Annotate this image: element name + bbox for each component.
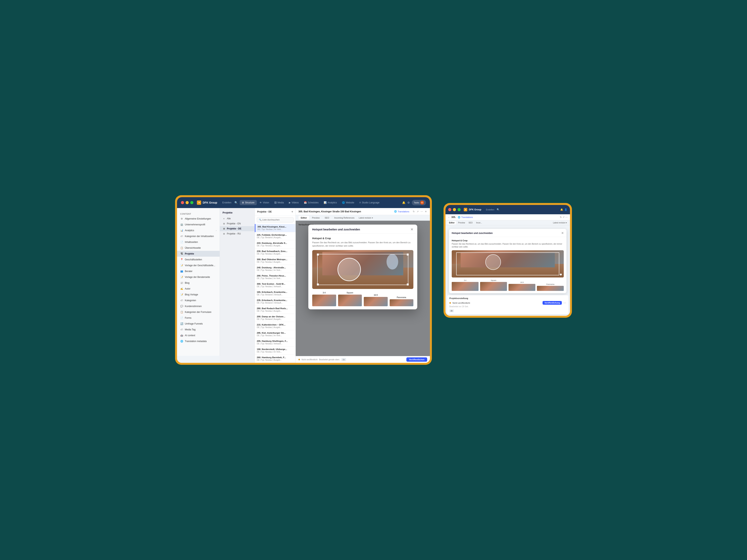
sidebar-item-translation-meta[interactable]: 🌐 Translation metadata — [177, 338, 220, 344]
sidebar-item-vorlage-geschaft[interactable]: 📝 Vorlage der Geschäftsstelle... — [177, 263, 220, 268]
close-dot[interactable] — [181, 201, 184, 204]
tab-schedules[interactable]: 📅 Schedules — [302, 200, 321, 205]
tab-media[interactable]: 🖼 Media — [272, 200, 286, 205]
list-item-165[interactable]: 165. Erlenbach, Krankenha... DE | Typ: B… — [255, 289, 295, 297]
list-item-190[interactable]: 190. Norderstedt, Ulzburge... DE | Typ: … — [255, 347, 295, 355]
project-en[interactable]: ⊞ Projekte - EN — [220, 221, 255, 226]
list-item-290[interactable]: 290. Peine, Theodor-Heus... DE | Typ: Ne… — [255, 273, 295, 281]
small-more-field-icon[interactable]: ⋯ — [563, 301, 566, 304]
crop-thumb-panorama[interactable]: Panorama — [390, 296, 414, 306]
small-thumb-square[interactable]: Square — [480, 279, 507, 291]
small-refresh-icon[interactable]: ↻ — [560, 216, 562, 218]
modal-close-button[interactable]: ✕ — [410, 228, 413, 231]
search-icon[interactable]: 🔍 — [234, 201, 238, 204]
bell-icon[interactable]: 🔔 — [402, 201, 405, 204]
sidebar-item-inhaltsseiten[interactable]: 📄 Inhaltsseiten — [177, 239, 220, 245]
crop-corner-tl[interactable] — [317, 254, 319, 256]
project-alle[interactable]: ≡ Alle — [220, 216, 255, 221]
sidebar-item-vorlage-berater[interactable]: 📝 Vorlage der Beraterseite — [177, 274, 220, 280]
sidebar-item-projekte[interactable]: 🏗 Projekte — [177, 251, 220, 257]
refresh-icon[interactable]: ↻ — [412, 210, 415, 213]
sidebar-item-media-tag[interactable]: 🏷 Media Tag — [177, 327, 220, 332]
small-minimize-dot[interactable] — [453, 208, 456, 211]
publish-button[interactable]: Veröffentlichen — [406, 357, 427, 362]
translations-button[interactable]: 🌐 Translations — [392, 210, 411, 213]
crop-rect[interactable] — [317, 254, 408, 285]
small-create-button[interactable]: Erstellen — [486, 209, 494, 211]
list-item-225[interactable]: 225. Fuldatal, Eichenberge... DE | Typ: … — [255, 232, 295, 240]
tab-seo[interactable]: SEO — [323, 216, 332, 220]
share-icon[interactable]: ↗ — [416, 210, 419, 213]
crop-image-container[interactable] — [312, 250, 413, 289]
minimize-dot[interactable] — [186, 201, 189, 204]
small-search-icon[interactable]: 🔍 — [497, 208, 499, 211]
tab-website[interactable]: 🌐 Website — [340, 200, 357, 205]
search-bar[interactable]: 🔍 Liste durchsuchen — [257, 217, 293, 222]
small-hotspot-indicator[interactable] — [560, 273, 562, 275]
list-item-235[interactable]: 235. Erlenbach, Krankenha... DE | Typ: B… — [255, 297, 295, 306]
revision-tag[interactable]: Latest revision ▾ — [357, 216, 374, 219]
tab-vision[interactable]: 👁 Vision — [257, 200, 272, 205]
maximize-dot[interactable] — [190, 201, 194, 204]
list-item-240[interactable]: 240. Duisburg - Ahrstraße... DE | Typ: N… — [255, 265, 295, 273]
list-item-295[interactable]: 295. Kiel, Insterburger Str... DE | Typ:… — [255, 330, 295, 338]
small-settings-icon[interactable]: 👤 — [564, 208, 567, 211]
small-share-icon[interactable]: ↗ — [563, 216, 565, 218]
sidebar-item-umfrage[interactable]: 🔄 Umfrage Funnels — [177, 321, 220, 327]
sidebar-item-allgemeine[interactable]: ⚙ Allgemeine Einstellungen — [177, 216, 220, 222]
sidebar-item-forms[interactable]: 📄 Forms — [177, 315, 220, 321]
tab-incoming-refs[interactable]: Incoming References — [332, 216, 357, 220]
small-publish-button[interactable]: Veröffentlichung — [543, 301, 562, 305]
sidebar-item-kategorien-inhalt[interactable]: 🏷 Kategorien der Inhaltsseiten — [177, 233, 220, 239]
sidebar-item-analytics[interactable]: 📊 Analytics › — [177, 228, 220, 233]
create-button[interactable]: Erstellen — [222, 201, 231, 204]
project-de[interactable]: ⊞ Projekte - DE — [220, 226, 255, 231]
sidebar-item-kategorien-formulare[interactable]: 📋 Kategorien der Formulare — [177, 309, 220, 315]
sidebar-item-blog-vorlage[interactable]: 📝 Blog Vorlage — [177, 292, 220, 297]
list-item-280[interactable]: 280. Bad Rodach Bad Rods... DE | Typ: Ne… — [255, 306, 295, 314]
tab-editor[interactable]: Editor — [299, 216, 309, 220]
crop-corner-tr[interactable] — [407, 254, 409, 256]
sidebar-item-berater[interactable]: 👥 Berater — [177, 268, 220, 274]
small-crop-rect[interactable] — [456, 252, 559, 275]
crop-thumb-square[interactable]: Square — [338, 292, 362, 306]
add-content-button[interactable]: + — [291, 210, 293, 213]
small-thumb-169[interactable]: 16:9 — [509, 282, 535, 291]
tab-analytics[interactable]: 📊 Analytics — [321, 200, 339, 205]
small-tab-seo[interactable]: SEO — [467, 221, 474, 224]
project-ru[interactable]: ⊞ Projekte - RU — [220, 231, 255, 236]
small-more-icon[interactable]: ⋯ — [565, 216, 568, 218]
small-tab-editor[interactable]: Editor — [447, 221, 456, 224]
sidebar-item-ai[interactable]: 🤖 AI context — [177, 332, 220, 338]
more-icon[interactable]: ⋯ — [420, 210, 423, 213]
list-item-215[interactable]: 215. Kaltenkirchen – DFK... DE | Typ: Ne… — [255, 322, 295, 330]
settings-icon[interactable]: ⚙ — [407, 201, 410, 204]
list-item-230[interactable]: 230. Bad Schwalbach, Ems... DE | Typ: Ne… — [255, 248, 295, 257]
sidebar-item-kundenstimmen[interactable]: 💬 Kundenstimmen — [177, 303, 220, 309]
tab-structure[interactable]: ⊞ Structure — [240, 200, 257, 205]
crop-corner-br[interactable] — [407, 284, 409, 286]
small-close-dot[interactable] — [448, 208, 451, 211]
small-revision-tag[interactable]: Latest revision ▾ — [552, 221, 568, 224]
small-crop-circle[interactable] — [485, 254, 501, 270]
list-item-300[interactable]: 300. Bad Oldesloe Metropo... DE | Typ: N… — [255, 257, 295, 265]
small-bell-icon[interactable]: 🔔 — [560, 208, 563, 211]
tasks-badge[interactable]: Tasks 85 — [412, 200, 426, 205]
list-item-300b[interactable]: 300. Test Evelon - Sold M... DE | Typ: N… — [255, 281, 295, 289]
close-editor-icon[interactable]: ✕ — [424, 210, 427, 213]
small-maximize-dot[interactable] — [458, 208, 461, 211]
list-item-200[interactable]: 200. Damp an der Ostsee... DE | Typ: Bes… — [255, 314, 295, 322]
crop-thumb-43[interactable]: 3:4 — [312, 292, 336, 306]
crop-thumb-169[interactable]: 16:9 — [364, 294, 388, 306]
sidebar-item-geschaftsstellen[interactable]: 📍 Geschäftsstellen — [177, 257, 220, 263]
small-back-icon[interactable]: ← — [448, 216, 450, 218]
small-tab-incoming[interactable]: Incor... — [475, 221, 484, 224]
sidebar-item-blog[interactable]: 📰 Blog — [177, 280, 220, 286]
small-tab-preview[interactable]: Preview — [457, 221, 467, 224]
sidebar-item-unternehmen[interactable]: 🏢 Unternehmensprofil — [177, 222, 220, 228]
small-translations-btn[interactable]: 🌐 Translations — [458, 216, 473, 218]
small-thumb-panorama[interactable]: Panorama — [537, 283, 564, 291]
sidebar-item-autor[interactable]: ✍ Autor — [177, 286, 220, 292]
crop-corner-bl[interactable] — [317, 284, 319, 286]
tab-videos[interactable]: ▶ Videos — [287, 200, 301, 205]
